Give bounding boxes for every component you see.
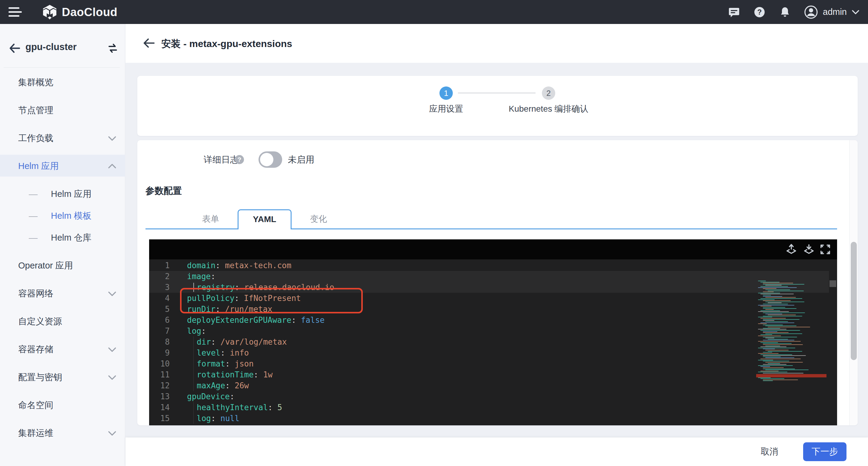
line-number: 7 (149, 325, 170, 337)
sidebar-divider (4, 67, 120, 68)
stepper-card: 1 2 应用设置 Kubernetes 编排确认 (137, 76, 858, 136)
cancel-button[interactable]: 取消 (761, 446, 778, 458)
notifications-bell-icon[interactable] (779, 6, 791, 19)
sidebar-item-命名空间[interactable]: 命名空间 (0, 391, 125, 419)
sub-item-dash: — (29, 189, 38, 199)
code-text: image: (187, 271, 216, 282)
card-scrollbar-thumb[interactable] (851, 242, 857, 360)
tab-yaml[interactable]: YAML (238, 209, 291, 229)
code-line-13[interactable]: 13gpuDevice: (149, 391, 829, 402)
verbose-log-label: 详细日志 (204, 152, 239, 167)
code-text: rotationTime: 1w (197, 369, 273, 380)
sidebar-item-helm-仓库[interactable]: —Helm 仓库 (0, 227, 125, 249)
feedback-icon[interactable] (728, 6, 740, 19)
code-line-16[interactable]: 16image: (149, 424, 829, 425)
line-number: 2 (149, 271, 170, 282)
toggle-knob (260, 153, 273, 166)
code-line-10[interactable]: 10format: json (149, 358, 829, 369)
sidebar-item-label: 集群概览 (18, 77, 53, 89)
line-number: 10 (149, 358, 170, 369)
code-text: gpuDevice: (187, 391, 235, 402)
step-connector (458, 92, 535, 93)
line-number: 16 (149, 424, 170, 425)
sidebar-item-配置与密钥[interactable]: 配置与密钥 (0, 363, 125, 391)
sidebar-item-helm-应用[interactable]: Helm 应用 (0, 152, 125, 180)
sidebar-item-集群概览[interactable]: 集群概览 (0, 68, 125, 96)
avatar-icon (804, 5, 818, 19)
sidebar-item-容器存储[interactable]: 容器存储 (0, 336, 125, 363)
refresh-cluster-icon[interactable] (107, 42, 119, 54)
code-line-11[interactable]: 11rotationTime: 1w (149, 369, 829, 380)
params-section-title: 参数配置 (146, 185, 182, 197)
sub-item-dash: — (29, 211, 38, 221)
code-text: log: (187, 325, 206, 337)
sidebar: gpu-cluster 集群概览节点管理工作负载Helm 应用—Helm 应用—… (0, 24, 125, 466)
upload-icon[interactable] (785, 243, 797, 255)
sidebar-item-节点管理[interactable]: 节点管理 (0, 96, 125, 124)
sidebar-item-容器网络[interactable]: 容器网络 (0, 280, 125, 308)
cluster-name: gpu-cluster (26, 41, 77, 53)
brand[interactable]: DaoCloud (42, 4, 117, 20)
cluster-back-icon[interactable] (8, 42, 21, 54)
sidebar-item-集群运维[interactable]: 集群运维 (0, 419, 125, 447)
step-2-label: Kubernetes 编排确认 (473, 103, 624, 115)
code-line-12[interactable]: 12maxAge: 26w (149, 380, 829, 391)
verbose-help-icon[interactable]: ? (235, 155, 244, 164)
editor-toolbar (149, 239, 837, 259)
page-header: 安装 - metax-gpu-extensions (125, 24, 868, 63)
line-number: 9 (149, 347, 170, 358)
code-text: domain: metax-tech.com (187, 260, 291, 271)
line-number: 13 (149, 391, 170, 402)
sidebar-item-label: Helm 仓库 (51, 232, 92, 244)
menu-hamburger-icon[interactable] (8, 7, 23, 18)
line-number: 6 (149, 315, 170, 325)
indent-guide (193, 369, 194, 380)
sidebar-item-自定义资源[interactable]: 自定义资源 (0, 308, 125, 336)
editor-scrollbar-thumb[interactable] (830, 280, 836, 287)
sidebar-item-label: 容器网络 (18, 288, 53, 300)
params-tabbar: 表单YAML变化 (137, 209, 858, 229)
verbose-toggle[interactable] (258, 151, 282, 168)
sidebar-item-label: 配置与密钥 (18, 371, 62, 383)
indent-guide (193, 413, 194, 424)
card-scrollbar-track[interactable] (849, 140, 858, 425)
top-bar: DaoCloud ? admin (0, 0, 868, 24)
code-line-14[interactable]: 14healthyInterval: 5 (149, 402, 829, 413)
code-line-2[interactable]: 2image: (149, 271, 829, 282)
code-text: level: info (197, 347, 249, 358)
indent-guide (193, 347, 194, 358)
help-icon[interactable]: ? (753, 6, 766, 19)
app-root: DaoCloud ? admin (0, 0, 868, 466)
sidebar-item-label: 集群运维 (18, 427, 53, 439)
editor-body[interactable]: 1domain: metax-tech.com2image:3registry:… (149, 259, 837, 425)
code-line-6[interactable]: 6deployExtenderGPUAware: false (149, 315, 829, 325)
tab-变化[interactable]: 变化 (291, 209, 345, 229)
code-line-9[interactable]: 9level: info (149, 347, 829, 358)
code-line-8[interactable]: 8dir: /var/log/metax (149, 337, 829, 347)
user-menu[interactable]: admin (804, 5, 860, 19)
indent-guide (193, 380, 194, 391)
code-line-7[interactable]: 7log: (149, 325, 829, 337)
yaml-editor[interactable]: 1domain: metax-tech.com2image:3registry:… (149, 239, 837, 425)
sidebar-item-helm-应用[interactable]: —Helm 应用 (0, 183, 125, 205)
step-1-badge: 1 (439, 86, 453, 100)
sidebar-item-label: 节点管理 (18, 105, 53, 117)
sidebar-item-label: Helm 应用 (18, 160, 59, 172)
code-line-15[interactable]: 15log: null (149, 413, 829, 424)
page-back-icon[interactable] (143, 37, 155, 50)
sidebar-item-label: Helm 模板 (51, 210, 92, 222)
sidebar-item-工作负载[interactable]: 工作负载 (0, 124, 125, 152)
sidebar-item-label: 容器存储 (18, 344, 53, 355)
sidebar-item-label: Helm 应用 (51, 188, 92, 200)
download-icon[interactable] (803, 243, 815, 255)
tab-表单[interactable]: 表单 (184, 209, 238, 229)
code-line-1[interactable]: 1domain: metax-tech.com (149, 260, 829, 271)
sidebar-menu: 集群概览节点管理工作负载Helm 应用—Helm 应用—Helm 模板—Helm… (0, 68, 125, 447)
next-step-button[interactable]: 下一步 (803, 442, 846, 461)
brand-name: DaoCloud (62, 6, 117, 19)
code-text: dir: /var/log/metax (197, 337, 287, 347)
code-text: image: (187, 424, 216, 425)
fullscreen-icon[interactable] (819, 243, 831, 255)
sidebar-item-operator-应用[interactable]: Operator 应用 (0, 252, 125, 280)
sidebar-item-helm-模板[interactable]: —Helm 模板 (0, 205, 125, 227)
